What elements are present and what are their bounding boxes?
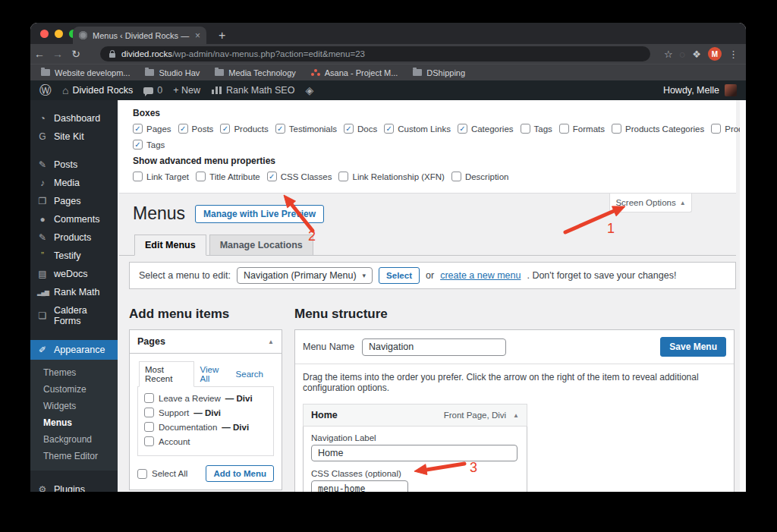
checkbox[interactable] [133, 140, 143, 150]
screen-option-checkbox[interactable]: Posts [178, 124, 214, 134]
collapse-arrow-icon[interactable]: ▲ [268, 338, 274, 345]
menu-select-dropdown[interactable]: Navigation (Primary Menu) ▾ [237, 267, 373, 284]
reload-icon[interactable]: ↻ [67, 48, 85, 60]
bookmark-star-icon[interactable]: ☆ [664, 49, 673, 60]
menu-item-header[interactable]: Home Front Page, Divi ▲ [303, 404, 527, 427]
checkbox[interactable] [144, 422, 154, 432]
inactive-extension-icon[interactable]: ◌ [680, 49, 686, 60]
css-classes-input[interactable] [311, 480, 408, 492]
screen-option-checkbox[interactable]: Docs [344, 124, 377, 134]
bookmark-item[interactable]: Media Technology [215, 68, 295, 77]
pages-tab[interactable]: Most Recent [139, 361, 194, 387]
screen-option-checkbox[interactable]: Link Relationship (XFN) [338, 172, 444, 181]
sidebar-item[interactable]: ▂▄▆ Rank Math [30, 283, 118, 301]
screen-option-checkbox[interactable]: Custom Links [384, 124, 451, 134]
collapse-arrow-icon[interactable]: ▲ [513, 412, 519, 419]
select-button[interactable]: Select [379, 267, 420, 284]
adminbar-new-button[interactable]: + New [173, 85, 200, 96]
extensions-puzzle-icon[interactable]: ❖ [692, 49, 701, 60]
bookmark-item[interactable]: Asana - Project M... [311, 68, 398, 77]
checkbox[interactable] [144, 436, 154, 446]
submenu-item[interactable]: Background [30, 431, 118, 448]
navigation-label-input[interactable] [311, 445, 517, 461]
screen-options-toggle[interactable]: Screen Options ▲ [609, 194, 692, 212]
close-window-button[interactable] [40, 30, 49, 38]
bookmark-item[interactable]: Studio Hav [145, 68, 200, 77]
sidebar-item[interactable]: ✎ Posts [30, 156, 118, 174]
submenu-item[interactable]: Menus [30, 414, 118, 431]
address-bar[interactable]: divided.rocks /wp-admin/nav-menus.php?ac… [100, 46, 650, 61]
screen-option-checkbox[interactable]: Title Attribute [196, 172, 260, 181]
browser-menu-icon[interactable]: ⋮ [728, 49, 738, 60]
checkbox[interactable] [133, 172, 143, 181]
user-avatar[interactable] [725, 84, 737, 96]
checkbox[interactable] [196, 172, 206, 181]
checkbox[interactable] [711, 124, 721, 134]
screen-option-checkbox[interactable]: Testimonials [275, 124, 337, 134]
screen-option-checkbox[interactable]: Description [451, 172, 509, 181]
checkbox[interactable] [275, 124, 285, 134]
sidebar-item[interactable]: ❐ Pages [30, 192, 118, 210]
adminbar-comments[interactable]: 0 [143, 85, 162, 96]
sidebar-item[interactable]: G Site Kit [30, 127, 118, 146]
browser-profile-avatar[interactable]: M [708, 47, 722, 61]
page-checkbox-item[interactable]: Support — Divi [144, 408, 267, 417]
screen-option-checkbox[interactable]: Formats [559, 124, 605, 134]
new-tab-button[interactable]: + [219, 27, 225, 44]
sidebar-item[interactable]: ♪ Media [30, 174, 118, 192]
screen-option-checkbox[interactable]: CSS Classes [267, 172, 332, 181]
sidebar-item[interactable]: ▤ weDocs [30, 265, 118, 283]
bookmark-item[interactable]: DShipping [413, 68, 465, 77]
checkbox[interactable] [267, 172, 277, 181]
submenu-item[interactable]: Widgets [30, 398, 118, 414]
sidebar-item[interactable]: ✎ Products [30, 228, 118, 247]
create-new-menu-link[interactable]: create a new menu [440, 270, 521, 281]
checkbox[interactable] [451, 172, 461, 181]
wordpress-logo-icon[interactable]: Ⓦ [39, 83, 52, 99]
screen-option-checkbox[interactable]: Tags [521, 124, 552, 134]
adminbar-site-name[interactable]: ⌂ Divided Rocks [62, 84, 133, 96]
page-checkbox-item[interactable]: Documentation — Divi [144, 422, 267, 432]
pages-postbox-header[interactable]: Pages ▲ [130, 330, 282, 354]
pages-tab[interactable]: View All [200, 362, 227, 386]
add-to-menu-button[interactable]: Add to Menu [206, 465, 274, 482]
nav-tab[interactable]: Manage Locations [209, 235, 313, 256]
pages-tab[interactable]: Search [236, 367, 263, 382]
close-tab-icon[interactable]: × [195, 31, 200, 40]
browser-tab[interactable]: Menus ‹ Divided Rocks — Wor × [73, 27, 206, 44]
checkbox[interactable] [137, 469, 147, 479]
checkbox[interactable] [458, 124, 467, 134]
checkbox[interactable] [220, 124, 230, 134]
checkbox[interactable] [178, 124, 188, 134]
screen-option-checkbox[interactable]: Products Categories [612, 124, 704, 134]
screen-option-checkbox[interactable]: Link Target [133, 172, 189, 181]
divi-diamond-icon[interactable]: ◈ [305, 84, 313, 96]
screen-option-checkbox[interactable]: Tags [133, 140, 165, 150]
menu-name-input[interactable] [362, 338, 506, 356]
forward-icon[interactable]: → [49, 48, 67, 60]
bookmark-item[interactable]: Website developm... [41, 68, 130, 77]
sidebar-item[interactable]: ” Testify [30, 247, 118, 265]
page-scrollbar[interactable] [740, 100, 746, 492]
checkbox[interactable] [133, 124, 143, 134]
page-checkbox-item[interactable]: Account [144, 436, 267, 446]
sidebar-item[interactable]: ◔ Dashboard [30, 109, 118, 127]
adminbar-rank-math[interactable]: Rank Math SEO [211, 85, 294, 96]
checkbox[interactable] [612, 124, 621, 134]
select-all-checkbox[interactable]: Select All [137, 469, 187, 479]
screen-option-checkbox[interactable]: Categories [458, 124, 514, 134]
nav-tab[interactable]: Edit Menus [134, 235, 206, 256]
checkbox[interactable] [144, 393, 154, 403]
screen-option-checkbox[interactable]: Products [220, 124, 268, 134]
checkbox[interactable] [559, 124, 569, 134]
page-checkbox-item[interactable]: Leave a Review — Divi [144, 393, 267, 403]
sidebar-item[interactable]: ❏ Caldera Forms [30, 301, 118, 330]
submenu-item[interactable]: Theme Editor [30, 448, 118, 464]
howdy-label[interactable]: Howdy, Melle [663, 85, 719, 96]
checkbox[interactable] [344, 124, 354, 134]
checkbox[interactable] [521, 124, 530, 134]
save-menu-button[interactable]: Save Menu [660, 337, 726, 357]
submenu-item[interactable]: Themes [30, 364, 118, 381]
sidebar-item-appearance[interactable]: ✐ Appearance [30, 340, 118, 360]
checkbox[interactable] [144, 408, 154, 417]
